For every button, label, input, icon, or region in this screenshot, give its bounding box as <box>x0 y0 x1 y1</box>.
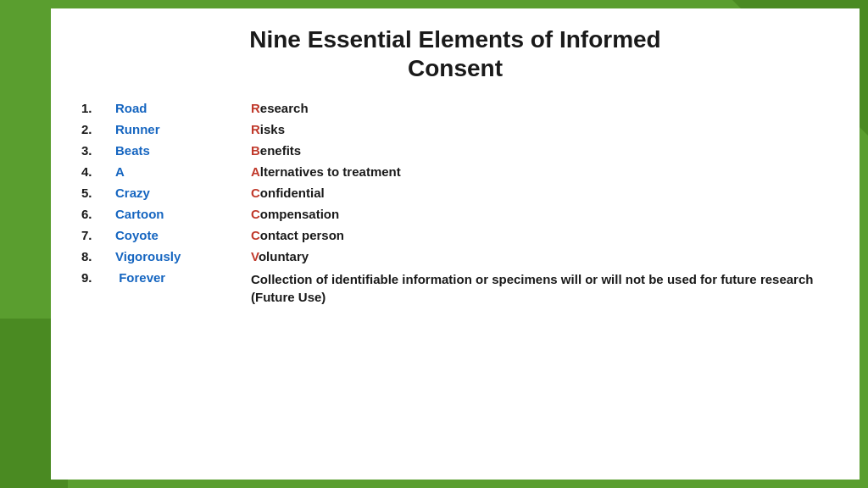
item-number: 7. <box>76 225 110 246</box>
table-row: 4. A Alternatives to treatment <box>76 161 834 182</box>
element-first-letter: C <box>251 186 260 200</box>
item-element: Collection of identifiable information o… <box>246 267 834 309</box>
item-number: 9. <box>76 267 110 309</box>
page-title: Nine Essential Elements of Informed Cons… <box>76 25 834 82</box>
item-number: 8. <box>76 246 110 267</box>
table-row: 8. Vigorously Voluntary <box>76 246 834 267</box>
item-number: 3. <box>76 140 110 161</box>
item-mnemonic: Road <box>110 97 246 119</box>
item-mnemonic: Runner <box>110 119 246 140</box>
item-mnemonic: Cartoon <box>110 203 246 225</box>
element-first-letter: V <box>251 249 259 263</box>
table-row: 2. Runner Risks <box>76 119 834 140</box>
table-row: 3. Beats Benefits <box>76 140 834 161</box>
item-number: 6. <box>76 203 110 225</box>
item-element: Contact person <box>246 225 834 246</box>
item-mnemonic: Coyote <box>110 225 246 246</box>
item-mnemonic: Beats <box>110 140 246 161</box>
table-row: 6. Cartoon Compensation <box>76 203 834 225</box>
item-number: 1. <box>76 97 110 119</box>
main-card: Nine Essential Elements of Informed Cons… <box>51 8 860 480</box>
item-mnemonic: A <box>110 161 246 182</box>
element-first-letter: R <box>251 122 260 136</box>
table-row: 1. Road Research <box>76 97 834 119</box>
item-element: Compensation <box>246 203 834 225</box>
element-first-letter: C <box>251 228 260 242</box>
item-element: Confidential <box>246 182 834 203</box>
element-first-letter: C <box>251 207 260 221</box>
item-element: Benefits <box>246 140 834 161</box>
item-element: Research <box>246 97 834 119</box>
item-mnemonic: Vigorously <box>110 246 246 267</box>
table-row: 5. Crazy Confidential <box>76 182 834 203</box>
item-element: Risks <box>246 119 834 140</box>
elements-table: 1. Road Research 2. Runner Risks 3. Beat… <box>76 97 834 309</box>
item-number: 5. <box>76 182 110 203</box>
item-mnemonic: Crazy <box>110 182 246 203</box>
item-mnemonic: Forever <box>110 267 246 309</box>
table-row: 7. Coyote Contact person <box>76 225 834 246</box>
item-element: Voluntary <box>246 246 834 267</box>
element-first-letter: B <box>251 143 260 158</box>
item-number: 2. <box>76 119 110 140</box>
element-first-letter: A <box>251 164 260 179</box>
item-element: Alternatives to treatment <box>246 161 834 182</box>
table-row: 9. Forever Collection of identifiable in… <box>76 267 834 309</box>
item-number: 4. <box>76 161 110 182</box>
element-first-letter: R <box>251 101 260 115</box>
